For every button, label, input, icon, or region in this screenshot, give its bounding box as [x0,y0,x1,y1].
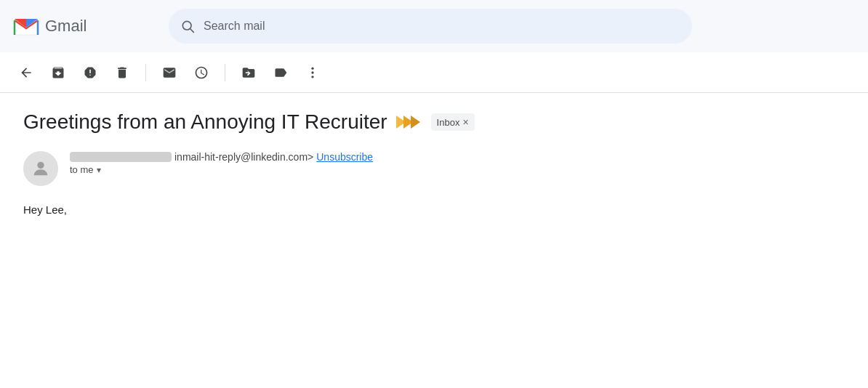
more-icon [305,65,320,80]
mark-unread-icon [162,65,177,80]
back-arrow-icon [19,65,33,80]
email-subject-row: Greetings from an Annoying IT Recruiter … [23,110,845,134]
double-arrow-icon [396,113,422,131]
toolbar-divider-1 [145,64,146,81]
inbox-tag: Inbox × [431,113,475,131]
sender-name-blurred [70,152,172,162]
move-icon [241,65,256,80]
search-input[interactable] [204,20,680,33]
gmail-logo-icon [12,12,41,41]
search-bar[interactable] [169,9,692,44]
inbox-tag-label: Inbox [437,117,460,128]
toolbar-divider-2 [225,64,225,81]
archive-button[interactable] [44,58,73,87]
email-body: Hey Lee, [23,203,845,216]
svg-marker-9 [411,116,420,129]
svg-line-3 [190,29,194,33]
to-me-row[interactable]: to me ▾ [70,164,373,175]
inbox-tag-close[interactable]: × [462,116,468,128]
forward-arrows-icon [396,113,422,131]
back-button[interactable] [12,58,41,87]
app-header: Gmail [0,0,868,52]
svg-point-10 [37,162,44,169]
email-subject: Greetings from an Annoying IT Recruiter [23,110,387,134]
app-title-label: Gmail [45,17,87,36]
more-button[interactable] [298,58,327,87]
sender-avatar [23,151,58,186]
delete-button[interactable] [108,58,137,87]
svg-point-5 [311,71,313,73]
sender-info: inmail-hit-reply@linkedin.com> Unsubscri… [70,151,373,175]
logo-area: Gmail [12,12,157,41]
label-icon [273,65,288,80]
avatar-person-icon [31,158,51,179]
email-toolbar [0,52,868,93]
svg-point-6 [311,76,313,78]
sender-name-row: inmail-hit-reply@linkedin.com> Unsubscri… [70,151,373,163]
move-button[interactable] [234,58,263,87]
label-button[interactable] [266,58,295,87]
archive-icon [51,65,65,80]
spam-button[interactable] [76,58,105,87]
email-content: Greetings from an Annoying IT Recruiter … [0,93,868,233]
svg-point-4 [311,67,313,69]
to-me-label: to me [70,164,94,175]
snooze-button[interactable] [187,58,216,87]
email-greeting: Hey Lee, [23,203,845,216]
spam-icon [83,65,97,80]
unsubscribe-link[interactable]: Unsubscribe [316,151,373,163]
delete-icon [115,65,129,80]
mark-unread-button[interactable] [155,58,184,87]
snooze-icon [194,65,209,80]
sender-email: inmail-hit-reply@linkedin.com> [174,151,313,163]
search-icon [180,19,195,33]
chevron-down-icon: ▾ [97,165,101,175]
sender-row: inmail-hit-reply@linkedin.com> Unsubscri… [23,151,845,186]
